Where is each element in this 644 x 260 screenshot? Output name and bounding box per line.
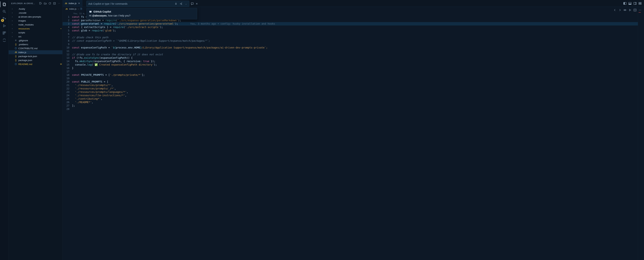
explorer-header: EXPLORER: AI-DRIVE… ⋯ <box>9 0 62 7</box>
go-forward-icon[interactable] <box>618 9 621 11</box>
layout-panel-icon[interactable] <box>628 2 632 5</box>
tree-item-label: .husky <box>18 7 58 10</box>
folder-row-src[interactable]: ›src <box>9 34 62 38</box>
folder-row-scripts[interactable]: ›scripts <box>9 30 62 34</box>
folder-row-ai-driven-dev-prompts[interactable]: ›ai-driven-dev-prompts <box>9 15 62 19</box>
code-line[interactable]: 5const glob = require('glob'); <box>62 29 638 32</box>
code-line[interactable]: 27]; <box>62 104 638 107</box>
code-line[interactable]: 7// @todo check this path <box>62 36 638 39</box>
code-line[interactable]: 22 './ressources/prompts/_/*', <box>62 87 638 90</box>
refresh-icon[interactable] <box>48 2 51 5</box>
code-line[interactable]: 12// @todo use fs to create the director… <box>62 53 638 56</box>
layout-secondary-icon[interactable] <box>634 2 636 5</box>
folder-row--vscode[interactable]: ›.vscode <box>9 11 62 15</box>
layout-primary-icon[interactable] <box>624 2 626 5</box>
compare-icon[interactable] <box>624 9 626 11</box>
tree-item-label: .vscode <box>18 11 58 14</box>
chevron-right-icon: › <box>11 16 13 18</box>
code-line[interactable]: 11 <box>62 49 638 53</box>
code-line[interactable]: 23 './ressources/prompts/languages/*', <box>62 90 638 94</box>
vertical-scrollbar[interactable] <box>642 11 644 260</box>
run-icon[interactable] <box>628 9 632 11</box>
collapse-icon[interactable] <box>53 2 56 5</box>
tree-item-label: index.js <box>18 51 58 54</box>
editor-scroll[interactable]: You, 11 m…1const fs = require('fs');2con… <box>62 11 638 260</box>
dismiss-icon[interactable]: ✕ <box>196 2 198 5</box>
copilot-popover: GitHub Copilot Hi @alexsoyes, how can I … <box>86 8 197 19</box>
code-view[interactable]: You, 11 m…1const fs = require('fs');2con… <box>62 11 638 111</box>
svg-rect-10 <box>3 33 4 34</box>
explorer-icon[interactable] <box>2 2 6 6</box>
file-row-readme-md[interactable]: ⓘREADME.mdM <box>9 62 62 66</box>
tree-item-label: package-lock.json <box>18 55 58 58</box>
chevron-right-icon: › <box>11 8 13 10</box>
file-row-index-js[interactable]: JSindex.js <box>9 50 62 54</box>
extensions-icon[interactable] <box>2 31 6 35</box>
tab-index-js[interactable]: JS index.js ✕ <box>62 0 82 7</box>
code-line[interactable]: 25 './contributing*', <box>62 97 638 101</box>
svg-rect-19 <box>639 2 640 3</box>
code-line[interactable]: 18const PRIVATE_PROMPTS = ['./prompts/pr… <box>62 73 638 77</box>
code-line[interactable]: 6 <box>62 32 638 36</box>
folder-row-ressources[interactable]: ›ressources● <box>9 27 62 30</box>
search-icon[interactable] <box>2 9 6 14</box>
svg-rect-21 <box>639 3 640 4</box>
chevron-right-icon: › <box>11 35 13 37</box>
copilot-input[interactable] <box>88 2 172 5</box>
js-file-icon: JS <box>65 2 67 4</box>
layout-custom-icon[interactable] <box>638 2 642 5</box>
chat-icon[interactable] <box>191 2 194 5</box>
code-line[interactable]: 15 console.log('✅ Created espansoConfigP… <box>62 63 638 66</box>
folder-row-images[interactable]: ›images <box>9 19 62 23</box>
minimap[interactable] <box>638 11 642 260</box>
code-line[interactable]: 20const PUBLIC_PROMPTS = [ <box>62 80 638 84</box>
copilot-input-box[interactable]: ⌄ <box>86 1 189 7</box>
json-file-icon: {} <box>14 59 17 61</box>
code-line[interactable]: 16} <box>62 66 638 70</box>
file-row-package-lock-json[interactable]: {}package-lock.json <box>9 54 62 58</box>
file-row--gitignore[interactable]: ⛭.gitignore <box>9 38 62 42</box>
code-line[interactable]: 4const { extractScripts } = require('./s… <box>62 25 638 29</box>
tree-item-label: CONTRIBUTE.md <box>18 47 58 50</box>
code-line[interactable]: 17 <box>62 70 638 73</box>
code-line[interactable]: 13if (!fs.existsSync(espansoConfigPath))… <box>62 56 638 60</box>
tree-item-label: src <box>18 35 58 38</box>
code-line[interactable]: 10const espansoConfigPath = `${process.e… <box>62 46 638 49</box>
code-line[interactable]: 9 <box>62 43 638 46</box>
folder-row-node-modules[interactable]: ›node_modules <box>9 23 62 27</box>
file-row--prettierrc[interactable]: {}.prettierrc <box>9 42 62 46</box>
code-line[interactable]: 26 './README*', <box>62 101 638 104</box>
file-tree: ›.husky›.vscode›ai-driven-dev-prompts›im… <box>9 7 62 260</box>
file-row-package-json[interactable]: {}package.json <box>9 58 62 62</box>
new-folder-icon[interactable] <box>44 2 46 5</box>
code-line[interactable]: 8// const espansoConfigPath = `"$HOME/Li… <box>62 39 638 43</box>
close-icon[interactable]: ✕ <box>78 2 80 5</box>
tree-item-label: README.md <box>18 63 58 66</box>
code-line[interactable]: 14 fs.mkdirSync(espansoConfigPath, { rec… <box>62 60 638 63</box>
file-row-contribute-md[interactable]: ⓘCONTRIBUTE.md <box>9 46 62 50</box>
mic-icon[interactable] <box>174 2 178 5</box>
folder-row--husky[interactable]: ›.husky <box>9 7 62 11</box>
code-line[interactable]: 19 <box>62 77 638 80</box>
js-file-icon: JS <box>14 51 17 53</box>
code-line[interactable]: 28 <box>62 107 638 111</box>
tree-item-label: package.json <box>18 59 58 62</box>
svg-rect-20 <box>640 2 641 3</box>
code-line[interactable]: 21 './ressources/prompts/*', <box>62 84 638 87</box>
more-icon[interactable]: ⋯ <box>638 9 642 11</box>
send-icon[interactable] <box>179 2 182 5</box>
tree-item-label: .gitignore <box>18 39 58 42</box>
json-file-icon: {} <box>14 55 17 57</box>
code-line[interactable]: 3const generateYaml = require('./src/esp… <box>62 22 638 25</box>
more-icon[interactable]: ⋯ <box>58 2 60 5</box>
tree-item-label: node_modules <box>18 23 58 26</box>
go-back-icon[interactable] <box>614 9 616 11</box>
new-file-icon[interactable] <box>39 2 42 5</box>
chevron-down-icon[interactable]: ⌄ <box>184 2 188 5</box>
debug-icon[interactable] <box>2 24 6 28</box>
remote-icon[interactable] <box>2 38 6 42</box>
split-icon[interactable] <box>634 9 636 11</box>
svg-rect-11 <box>40 2 41 4</box>
scm-icon[interactable]: 4 <box>2 16 6 21</box>
code-line[interactable]: 24 './ressources/llm-instructions/*', <box>62 94 638 97</box>
